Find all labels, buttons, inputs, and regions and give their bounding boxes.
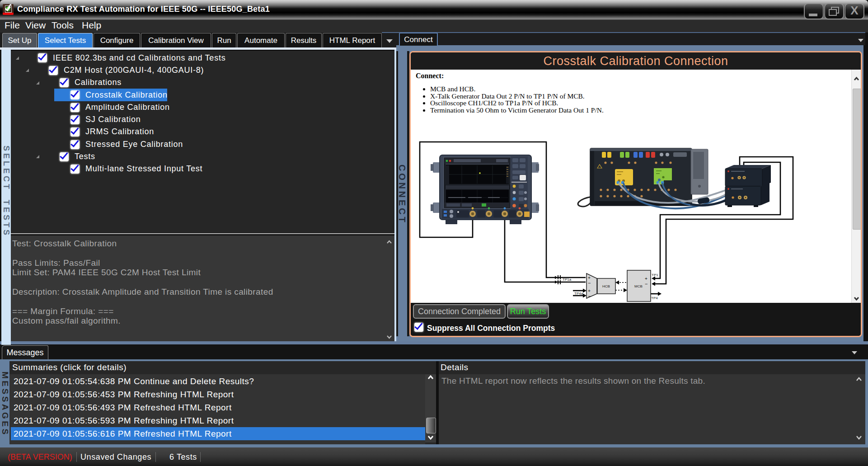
svg-text:+: + — [588, 288, 591, 293]
svg-text:TP1: TP1 — [652, 273, 658, 277]
svg-text:−: − — [645, 281, 647, 287]
svg-text:MCB: MCB — [634, 284, 643, 288]
svg-text:TP4a: TP4a — [574, 292, 583, 296]
svg-text:−: − — [588, 293, 591, 299]
svg-text:−: − — [588, 280, 591, 286]
svg-text:+: + — [645, 276, 647, 281]
svg-text:+: + — [588, 275, 591, 280]
svg-text:HCB: HCB — [602, 284, 610, 288]
svg-text:TP4: TP4 — [651, 296, 658, 300]
svg-text:TP1a: TP1a — [563, 278, 572, 282]
